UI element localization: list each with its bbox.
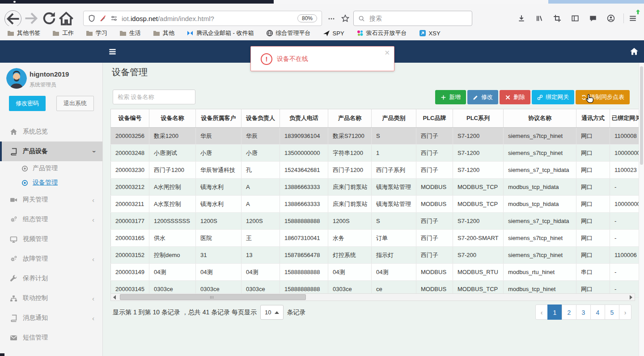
scroll-left-arrow[interactable] [111, 294, 118, 300]
sidebar-subitem-产品管理[interactable]: 产品管理 [0, 161, 102, 176]
table-cell: 西门子 [416, 247, 453, 264]
page-1[interactable]: 1 [547, 305, 562, 320]
downloads-icon[interactable] [517, 14, 525, 22]
bookmark-item[interactable]: 工作 [52, 29, 74, 37]
sidebar-toggle-icon[interactable] [571, 14, 579, 22]
scrollbar-thumb[interactable] [120, 294, 306, 300]
device-search-input[interactable] [113, 90, 195, 104]
table-cell: 18607310041 [280, 230, 328, 247]
sidebar-item-系统总览[interactable]: 系统总览 [0, 122, 102, 142]
button-新增[interactable]: 新增 [435, 90, 466, 104]
sidebar-item-网关管理[interactable]: 网关管理‹ [0, 190, 102, 210]
page-actions-icon[interactable] [328, 15, 335, 22]
column-header[interactable]: 产品类别 [372, 109, 416, 128]
page-2[interactable]: 2 [562, 305, 576, 320]
back-button[interactable] [4, 10, 21, 27]
bookmark-label: SPY [333, 30, 344, 37]
bookmark-item[interactable]: 腾讯企业邮箱 - 收件箱 [186, 29, 254, 37]
sidebar-item-短信管理[interactable]: 短信管理 [0, 328, 102, 347]
content-blocked-icon[interactable] [99, 15, 106, 22]
horizontal-scrollbar[interactable] [110, 293, 635, 301]
forward-button[interactable] [23, 10, 39, 26]
bookmark-item[interactable]: SPY [323, 30, 344, 37]
page-next[interactable]: › [619, 305, 631, 320]
account-icon[interactable] [607, 14, 615, 22]
link-icon [537, 94, 543, 100]
sidebar-subitem-设备管理[interactable]: 设备管理 [0, 176, 102, 190]
column-header[interactable]: 设备负责人 [242, 109, 280, 128]
menu-icon[interactable] [629, 14, 637, 22]
table-cell: 200003230 [111, 162, 149, 179]
vertical-scrollbar-thumb[interactable] [640, 66, 643, 165]
bookmark-item[interactable]: 其他书签 [7, 29, 40, 37]
column-header[interactable]: 通讯方式 [576, 109, 610, 128]
screenshot-icon[interactable] [553, 14, 561, 22]
logout-button[interactable]: 退出系统 [56, 96, 94, 111]
table-row[interactable]: 200003230西门子1200华辰智通科技孔15243642681西门子120… [111, 162, 639, 179]
bookmark-item[interactable]: 生活 [119, 29, 141, 37]
column-header[interactable]: 负责人电话 [280, 109, 328, 128]
address-bar[interactable]: iot.idosp.net/admin/index.html? 80% [83, 11, 322, 26]
browser-search-box[interactable] [353, 11, 472, 26]
table-cell: 串口 [576, 264, 610, 281]
page-prev[interactable]: ‹ [535, 305, 548, 320]
page-4[interactable]: 4 [590, 305, 605, 320]
xmark-icon [505, 94, 511, 100]
bookmark-item[interactable]: 学习 [86, 29, 107, 37]
column-header[interactable]: PLC品牌 [416, 109, 453, 128]
column-header[interactable]: 设备名称 [149, 109, 196, 128]
table-cell: 控制demo [149, 247, 196, 264]
vertical-scrollbar[interactable] [639, 63, 644, 356]
bookmark-item[interactable]: 其他 [153, 29, 174, 37]
zoom-level-badge[interactable]: 80% [297, 14, 317, 22]
column-header[interactable]: 已绑定网关 [610, 109, 639, 128]
table-cell: siemens_s7tcp_hinet [504, 128, 576, 145]
column-header[interactable]: 设备编号 [111, 109, 149, 128]
sidebar-collapse-icon[interactable] [108, 47, 117, 56]
table-row[interactable]: 200003248小唐测试小唐小唐13500000000字符串12001西门子S… [111, 145, 639, 162]
pagination-info-prefix: 显示第 1 到第 10 条记录 ，总共 41 条记录 每页显示 [113, 309, 257, 317]
sidebar-item-消息通知[interactable]: 消息通知‹ [0, 308, 102, 328]
bookmark-item[interactable]: 综合管理平台 [266, 29, 311, 37]
library-icon[interactable] [535, 14, 543, 22]
table-cell: MODBUS_TCP [453, 179, 504, 196]
sidebar-item-故障管理[interactable]: 故障管理‹ [0, 249, 102, 269]
sidebar-item-产品设备[interactable]: 产品设备‹ [0, 142, 102, 161]
shield-icon[interactable] [88, 15, 95, 22]
sidebar-item-视频管理[interactable]: 视频管理 [0, 229, 102, 249]
bookmark-item[interactable]: XSY [419, 30, 441, 37]
browser-home-button[interactable] [58, 10, 74, 26]
bookmark-item[interactable]: 萤石云开放平台 [356, 29, 407, 37]
table-row[interactable]: 20000314904测04测04测1588888888804测04测MODBU… [111, 264, 639, 281]
url-text[interactable]: iot.idosp.net/admin/index.html? [122, 15, 293, 22]
browser-search-input[interactable] [369, 14, 467, 22]
table-row[interactable]: 200003212A水闸控制镇海水利A13886663333庶来门前泵站镇海泵站… [111, 179, 639, 196]
bookmark-star-icon[interactable] [341, 14, 349, 22]
app-home-icon[interactable] [630, 47, 639, 56]
scroll-right-arrow[interactable] [627, 294, 635, 300]
permissions-icon[interactable] [110, 15, 118, 22]
screen: { "browser": { "toolbar": { "url_prefix"… [0, 0, 644, 356]
page-size-select[interactable]: 10 [260, 305, 283, 320]
reload-button[interactable] [41, 10, 57, 26]
table-row[interactable]: 2000031771200SSSSSS1200S1200S15888888888… [111, 213, 639, 230]
alert-close-icon[interactable]: ✕ [384, 49, 390, 57]
button-修改[interactable]: 修改 [467, 90, 498, 104]
column-header[interactable]: 产品名称 [328, 109, 372, 128]
table-row[interactable]: 200003211A水泵控制镇海水利A13886663333庶来门前泵站镇海泵站… [111, 196, 639, 213]
change-password-button[interactable]: 修改密码 [9, 96, 46, 111]
chat-icon[interactable] [589, 14, 597, 22]
sidebar-item-联动控制[interactable]: 联动控制‹ [0, 288, 102, 308]
table-row[interactable]: 200003152控制demo311315878656478灯控系统指示灯西门子… [111, 247, 639, 264]
sidebar-item-保养计划[interactable]: 保养计划 [0, 269, 102, 288]
table-row[interactable]: 200003256数采1200华辰华辰18390936104数采S71200S西… [111, 128, 639, 145]
column-header[interactable]: 协议名称 [504, 109, 576, 128]
button-绑定网关[interactable]: 绑定网关 [532, 90, 574, 104]
column-header[interactable]: PLC系列 [453, 109, 504, 128]
column-header[interactable]: 设备所属客户 [196, 109, 242, 128]
page-5[interactable]: 5 [605, 305, 619, 320]
page-3[interactable]: 3 [576, 305, 591, 320]
table-row[interactable]: 200003165供水医院王18607310041水务订单西门子S7-200-S… [111, 230, 639, 247]
sidebar-item-组态管理[interactable]: 组态管理‹ [0, 210, 102, 229]
button-删除[interactable]: 删除 [500, 90, 530, 104]
